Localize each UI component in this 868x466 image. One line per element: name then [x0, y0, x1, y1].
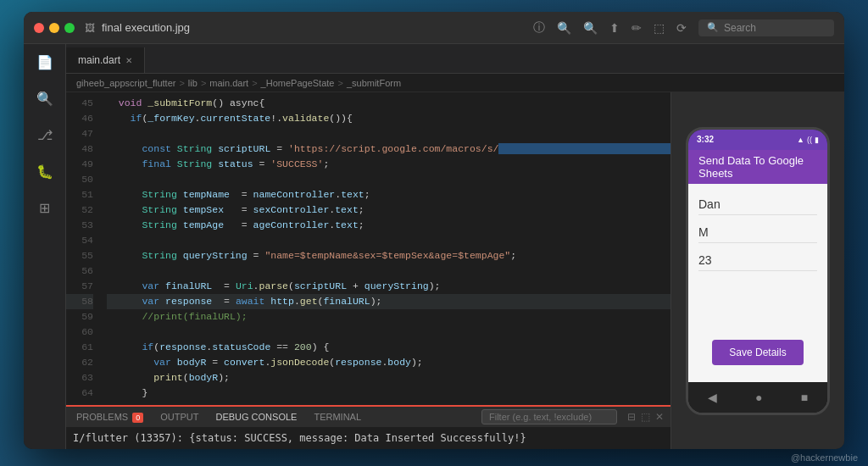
phone-area: 3:32 ▲ (( ▮ Send Data To Google Sheets D…	[670, 92, 844, 449]
code-line: String tempAge = ageController.text;	[107, 218, 670, 233]
attribution: @hackernewbie	[791, 452, 858, 463]
code-line	[107, 126, 670, 141]
search-sidebar-icon[interactable]: 🔍	[33, 87, 57, 110]
code-content: 4546474849 5051525354 5556575859 6061626…	[66, 92, 670, 405]
bottom-content: I/flutter (13357): {status: SUCCESS, mes…	[66, 427, 670, 449]
back-icon[interactable]: ◀	[708, 391, 717, 404]
breadcrumb-item-4: _HomePageState	[261, 78, 335, 88]
tab-output[interactable]: OUTPUT	[157, 412, 202, 422]
phone-field-sex: M	[698, 222, 817, 243]
zoom-out-icon[interactable]: 🔍	[557, 21, 571, 35]
code-line: var finalURL = Uri.parse(scriptURL + que…	[107, 279, 670, 294]
main-window: 🖼 final execution.jpg ⓘ 🔍 🔍 ⬆ ✏ ⬚ ⟳ 🔍 Se…	[24, 12, 844, 449]
left-sidebar: 📄 🔍 ⎇ 🐛 ⊞	[24, 44, 66, 449]
files-icon[interactable]: 📄	[33, 51, 57, 74]
phone-app-title: Send Data To Google Sheets	[698, 154, 817, 180]
code-line	[107, 325, 670, 340]
editor-phone-area: 4546474849 5051525354 5556575859 6061626…	[66, 92, 844, 449]
tab-debug-console[interactable]: DEBUG CONSOLE	[212, 412, 300, 422]
code-line: final String status = 'SUCCESS';	[107, 157, 670, 172]
breadcrumb-item-1: giheeb_appscript_flutter	[76, 78, 175, 88]
log-message: I/flutter (13357): {status: SUCCESS, mes…	[73, 432, 526, 444]
info-icon[interactable]: ⓘ	[533, 20, 545, 36]
code-line: if(response.statusCode == 200) {	[107, 340, 670, 355]
debug-icon[interactable]: 🐛	[33, 160, 57, 183]
code-editor[interactable]: 4546474849 5051525354 5556575859 6061626…	[66, 92, 670, 449]
minimize-button[interactable]	[49, 23, 59, 33]
tab-main-dart[interactable]: main.dart ✕	[66, 47, 145, 73]
phone-field-age: 23	[698, 250, 817, 271]
code-line: String tempName = nameController.text;	[107, 187, 670, 202]
phone-status-icons: ▲ (( ▮	[797, 136, 819, 144]
code-line: void _submitForm() async{	[107, 96, 670, 111]
extensions-icon[interactable]: ⊞	[36, 197, 53, 219]
bottom-panel-tabs: PROBLEMS 0 OUTPUT DEBUG CONSOLE TERMINAL…	[66, 407, 670, 427]
battery-icon: ▮	[815, 136, 819, 144]
phone-status-bar: 3:32 ▲ (( ▮	[688, 130, 827, 150]
code-line: const String scriptURL = 'https://script…	[107, 141, 670, 157]
problems-badge: 0	[132, 413, 143, 423]
editor-wrapper: main.dart ✕ giheeb_appscript_flutter > l…	[66, 44, 844, 449]
search-icon: 🔍	[707, 22, 719, 33]
tab-label: main.dart	[78, 54, 120, 66]
traffic-lights	[34, 23, 75, 33]
code-line: }	[107, 386, 670, 401]
breadcrumb-item-2: lib	[188, 78, 198, 88]
code-line: String queryString = "name=$tempName&sex…	[107, 248, 670, 264]
code-line: //print(finalURL);	[107, 309, 670, 325]
search-bar[interactable]: 🔍 Search	[698, 19, 834, 36]
phone-nav-bar: ◀ ● ■	[688, 382, 827, 413]
title-bar-icons: ⓘ 🔍 🔍 ⬆ ✏ ⬚ ⟳ 🔍 Search	[533, 19, 834, 36]
recents-icon[interactable]: ■	[801, 391, 808, 404]
zoom-in-icon[interactable]: 🔍	[583, 21, 598, 35]
window-title: final execution.jpg	[102, 21, 190, 34]
home-icon[interactable]: ●	[755, 391, 762, 404]
phone-app-bar: Send Data To Google Sheets	[688, 150, 827, 184]
tab-terminal[interactable]: TERMINAL	[310, 412, 364, 422]
breadcrumb-item-5: _submitForm	[347, 78, 401, 88]
tab-problems[interactable]: PROBLEMS 0	[73, 412, 147, 422]
settings-icon[interactable]: ⊟	[627, 411, 636, 423]
code-line: if(_formKey.currentState!.validate()){	[107, 111, 670, 126]
code-line: var response = await http.get(finalURL);	[107, 294, 670, 309]
maximize-button[interactable]	[64, 23, 75, 33]
wifi-icon: ((	[807, 136, 812, 144]
close-panel-icon[interactable]: ✕	[655, 411, 664, 423]
code-line	[107, 172, 670, 187]
phone-save-button[interactable]: Save Details	[712, 340, 803, 365]
filter-input[interactable]	[481, 409, 617, 424]
code-line: print(bodyR);	[107, 370, 670, 386]
window-icon[interactable]: ⬚	[654, 21, 665, 35]
tab-close-icon[interactable]: ✕	[125, 56, 132, 65]
refresh-icon[interactable]: ⟳	[676, 21, 687, 35]
line-numbers: 4546474849 5051525354 5556575859 6061626…	[66, 92, 100, 405]
search-placeholder: Search	[724, 22, 756, 34]
phone-field-name: Dan	[698, 194, 817, 215]
phone-time: 3:32	[697, 135, 714, 144]
content-area: 📄 🔍 ⎇ 🐛 ⊞ main.dart ✕ giheeb_appscript_f…	[24, 44, 844, 449]
maximize-panel-icon[interactable]: ⬚	[641, 411, 650, 423]
code-lines: void _submitForm() async{ if(_formKey.cu…	[100, 92, 670, 405]
code-line: String tempSex = sexController.text;	[107, 202, 670, 218]
tab-bar: main.dart ✕	[66, 44, 844, 74]
phone-mockup: 3:32 ▲ (( ▮ Send Data To Google Sheets D…	[686, 127, 830, 415]
share-icon[interactable]: ⬆	[609, 21, 620, 35]
git-icon[interactable]: ⎇	[34, 124, 56, 147]
signal-icon: ▲	[797, 136, 804, 144]
code-line	[107, 264, 670, 279]
breadcrumb-item-3: main.dart	[209, 78, 248, 88]
code-line	[107, 233, 670, 248]
code-line: var bodyR = convert.jsonDecode(response.…	[107, 355, 670, 370]
title-bar: 🖼 final execution.jpg ⓘ 🔍 🔍 ⬆ ✏ ⬚ ⟳ 🔍 Se…	[24, 12, 844, 44]
phone-content: Dan M 23 Save Details	[688, 184, 827, 382]
close-button[interactable]	[34, 23, 44, 33]
bottom-panel: PROBLEMS 0 OUTPUT DEBUG CONSOLE TERMINAL…	[66, 405, 670, 449]
breadcrumb: giheeb_appscript_flutter > lib > main.da…	[66, 74, 844, 92]
bottom-icons: ⊟ ⬚ ✕	[627, 411, 664, 423]
code-line	[107, 401, 670, 405]
file-icon: 🖼	[85, 22, 95, 34]
edit-icon[interactable]: ✏	[632, 21, 642, 35]
